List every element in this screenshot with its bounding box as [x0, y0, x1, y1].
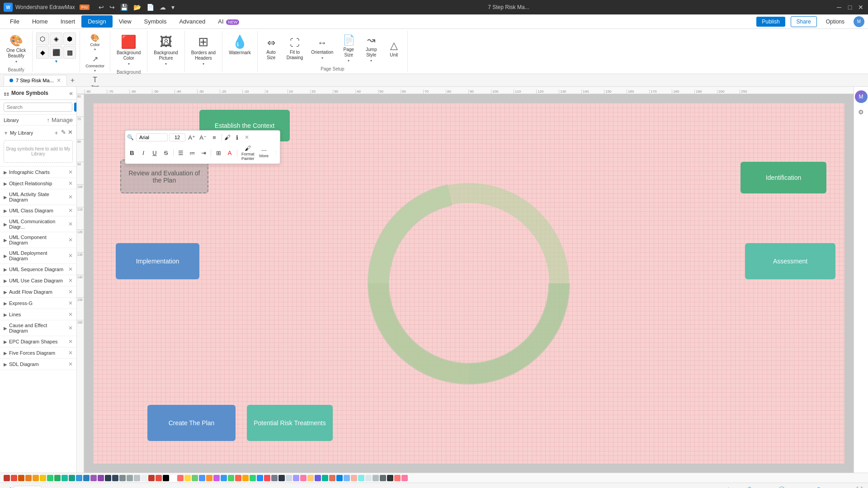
underline-button[interactable]: U [150, 148, 160, 158]
beautify-icon-2[interactable]: ◈ [50, 33, 62, 45]
fit-drawing-button[interactable]: ⛶ Fit toDrawing [284, 35, 306, 62]
sidebar-item-7[interactable]: ▶ UML Sequence Diagram ✕ [0, 264, 76, 275]
color-swatch-11[interactable] [83, 475, 90, 481]
format-painter-button[interactable]: 🖌 FormatPainter [240, 144, 256, 162]
page-tab-1[interactable]: Page-1 ▾ [14, 486, 42, 488]
color-swatch-53[interactable] [387, 475, 393, 481]
align-button[interactable]: ≡ [209, 132, 219, 142]
color-swatch-38[interactable] [278, 475, 285, 481]
sidebar-item-13[interactable]: ▶ EPC Diagram Shapes ✕ [0, 336, 76, 347]
sidebar-item-4[interactable]: ▶ UML Communication Diagr... ✕ [0, 216, 76, 232]
color-swatch-29[interactable] [213, 475, 220, 481]
tab-close-button[interactable]: ✕ [57, 77, 61, 84]
background-picture-button[interactable]: 🖼 BackgroundPicture ▾ [151, 33, 180, 68]
color-swatch-19[interactable] [141, 475, 147, 481]
color-swatch-7[interactable] [54, 475, 61, 481]
sidebar-item-close[interactable]: ✕ [68, 207, 73, 214]
color-swatch-6[interactable] [47, 475, 53, 481]
sidebar-item-3[interactable]: ▶ UML Class Diagram ✕ [0, 205, 76, 216]
sidebar-item-5[interactable]: ▶ UML Component Diagram ✕ [0, 232, 76, 248]
color-swatch-22[interactable] [163, 475, 169, 481]
color-swatch-48[interactable] [351, 475, 357, 481]
background-color-button[interactable]: 🟥 BackgroundColor ▾ [114, 33, 143, 68]
color-swatch-16[interactable] [119, 475, 126, 481]
box-identification[interactable]: Identification [741, 162, 826, 193]
color-swatch-27[interactable] [199, 475, 205, 481]
publish-button[interactable]: Publish [756, 17, 785, 27]
sidebar-item-14[interactable]: ▶ Five Forces Diagram ✕ [0, 347, 76, 359]
canvas[interactable]: Establish the Context Identification Ass… [84, 94, 854, 473]
color-swatch-45[interactable] [329, 475, 335, 481]
sidebar-item-close[interactable]: ✕ [68, 289, 73, 295]
share-button[interactable]: Share [791, 16, 817, 27]
bullet-button[interactable]: ☰ [176, 148, 186, 158]
redo-button[interactable]: ↪ [108, 3, 117, 12]
share-cloud-button[interactable]: ☁ [158, 3, 168, 12]
color-swatch-26[interactable] [192, 475, 198, 481]
font-size-input[interactable] [169, 133, 185, 141]
color-swatch-0[interactable] [4, 475, 10, 481]
connector-dropdown[interactable]: ↗ Connector ▾ [84, 54, 106, 74]
beautify-icon-4[interactable]: ◆ [36, 46, 49, 59]
unit-button[interactable]: △ Unit [384, 38, 404, 60]
sidebar-item-10[interactable]: ▶ Express-G ✕ [0, 298, 76, 309]
color-swatch-46[interactable] [336, 475, 343, 481]
sidebar-item-6[interactable]: ▶ UML Deployment Diagram ✕ [0, 248, 76, 264]
layers-icon[interactable]: ⊞ [735, 486, 740, 488]
sidebar-item-close[interactable]: ✕ [68, 194, 73, 200]
color-swatch-17[interactable] [127, 475, 133, 481]
sidebar-item-15[interactable]: ▶ SDL Diagram ✕ [0, 359, 76, 370]
color-swatch-21[interactable] [156, 475, 162, 481]
sidebar-item-2[interactable]: ▶ UML Activity State Diagram ✕ [0, 189, 76, 205]
color-swatch-34[interactable] [250, 475, 256, 481]
color-swatch-35[interactable] [257, 475, 263, 481]
sidebar-item-1[interactable]: ▶ Object Relationship ✕ [0, 178, 76, 189]
text-color-button[interactable]: A [225, 148, 235, 158]
clock-icon[interactable]: 🕐 [778, 486, 785, 488]
properties-panel-button[interactable]: ⚙ [856, 107, 867, 117]
tab-document[interactable]: 7 Step Risk Ma... ✕ [4, 75, 67, 86]
menu-ai[interactable]: AI NEW [212, 15, 245, 28]
sidebar-item-8[interactable]: ▶ UML Use Case Diagram ✕ [0, 275, 76, 286]
table-button[interactable]: ⊞ [213, 148, 223, 158]
color-swatch-24[interactable] [177, 475, 184, 481]
color-swatch-9[interactable] [69, 475, 75, 481]
my-library-edit-button[interactable]: ✎ [61, 129, 66, 137]
maximize-button[interactable]: □ [846, 4, 854, 11]
jump-style-button[interactable]: ↝ JumpStyle ▾ [361, 33, 381, 65]
menu-insert[interactable]: Insert [54, 15, 82, 28]
orientation-button[interactable]: ↔ Orientation ▾ [308, 35, 336, 62]
box-review[interactable]: Review and Evaluation of the Plan [120, 160, 208, 193]
sidebar-item-close[interactable]: ✕ [68, 350, 73, 356]
zoom-in-button[interactable]: + [833, 486, 836, 488]
color-swatch-18[interactable] [134, 475, 140, 481]
sidebar-item-close[interactable]: ✕ [68, 237, 73, 243]
color-swatch-50[interactable] [365, 475, 372, 481]
sidebar-item-close[interactable]: ✕ [68, 169, 73, 175]
sidebar-item-close[interactable]: ✕ [68, 325, 73, 331]
sidebar-item-close[interactable]: ✕ [68, 311, 73, 318]
tab-add-button[interactable]: + [69, 75, 76, 85]
beautify-icon-3[interactable]: ⬢ [63, 33, 76, 45]
color-swatch-8[interactable] [61, 475, 68, 481]
color-swatch-55[interactable] [401, 475, 408, 481]
options-button[interactable]: Options [822, 17, 848, 27]
library-sort-icon[interactable]: ↑ [47, 117, 50, 123]
search-input[interactable] [4, 103, 72, 112]
save-button[interactable]: 💾 [118, 3, 130, 12]
fullscreen-button[interactable]: ⛶ [856, 486, 863, 488]
sidebar-item-close[interactable]: ✕ [68, 221, 73, 227]
color-swatch-40[interactable] [293, 475, 299, 481]
my-library-close-button[interactable]: ✕ [68, 129, 73, 137]
page-nav-left[interactable]: ◁ [5, 485, 11, 488]
color-swatch-25[interactable] [184, 475, 191, 481]
color-dropdown[interactable]: 🎨 Color ▾ [88, 33, 102, 52]
color-swatch-12[interactable] [90, 475, 97, 481]
menu-view[interactable]: View [113, 15, 138, 28]
more-beautify-link[interactable]: ▾ [55, 59, 57, 64]
color-swatch-30[interactable] [221, 475, 227, 481]
sidebar-item-close[interactable]: ✕ [68, 266, 73, 272]
box-assessment[interactable]: Assessment [745, 243, 835, 279]
color-swatch-4[interactable] [33, 475, 39, 481]
color-swatch-44[interactable] [322, 475, 328, 481]
